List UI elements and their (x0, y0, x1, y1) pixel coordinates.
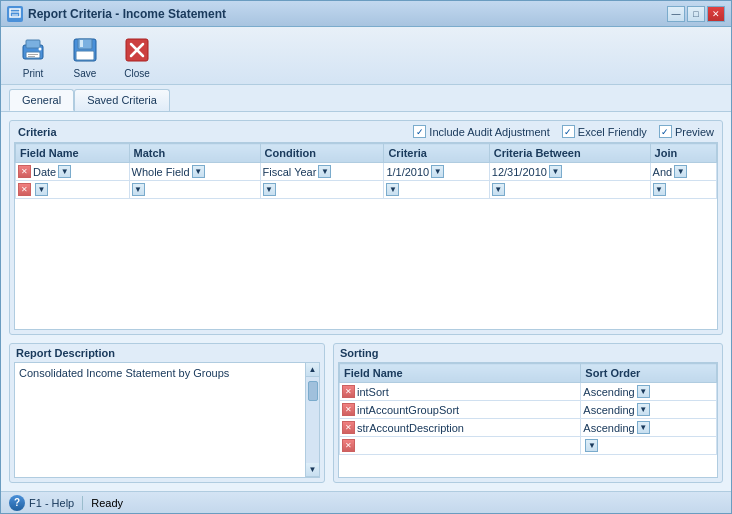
criteria-value-1: 1/1/2010 ▼ (384, 163, 489, 181)
remove-sort-4-button[interactable]: ✕ (342, 439, 355, 452)
svg-rect-7 (28, 56, 35, 57)
field-name-2-dropdown[interactable]: ▼ (35, 183, 48, 196)
excel-friendly-checkbox[interactable]: ✓ Excel Friendly (562, 125, 647, 138)
match-1-dropdown[interactable]: ▼ (192, 165, 205, 178)
criteria-join-1: And ▼ (650, 163, 716, 181)
sort-row-2: ✕ intAccountGroupSort Ascending ▼ (340, 401, 717, 419)
sort-order-2-dropdown[interactable]: ▼ (637, 403, 650, 416)
criteria-between-2: ▼ (489, 181, 650, 199)
sort-field-2: ✕ intAccountGroupSort (340, 401, 581, 419)
sort-order-2: Ascending ▼ (581, 401, 717, 419)
close-window-button[interactable]: ✕ (707, 6, 725, 22)
minimize-button[interactable]: — (667, 6, 685, 22)
remove-sort-3-button[interactable]: ✕ (342, 421, 355, 434)
criteria-condition-2: ▼ (260, 181, 384, 199)
save-label: Save (74, 68, 97, 79)
criteria-title: Criteria (18, 126, 57, 138)
col-join: Join (650, 144, 716, 163)
remove-row-1-button[interactable]: ✕ (18, 165, 31, 178)
help-label: F1 - Help (29, 497, 74, 509)
bottom-row: Report Description Consolidated Income S… (9, 343, 723, 483)
window-controls: — □ ✕ (667, 6, 725, 22)
condition-1-dropdown[interactable]: ▼ (318, 165, 331, 178)
criteria-2-dropdown[interactable]: ▼ (386, 183, 399, 196)
sort-order-4-dropdown[interactable]: ▼ (585, 439, 598, 452)
sort-row-3: ✕ strAccountDescription Ascending ▼ (340, 419, 717, 437)
toolbar: Print Save Close (1, 27, 731, 85)
remove-row-2-button[interactable]: ✕ (18, 183, 31, 196)
audit-checkbox-box[interactable]: ✓ (413, 125, 426, 138)
criteria-table: Field Name Match Condition Criteria Crit… (14, 142, 718, 330)
main-window: Report Criteria - Income Statement — □ ✕… (0, 0, 732, 514)
sorting-title: Sorting (334, 344, 722, 362)
scroll-down-arrow[interactable]: ▼ (306, 463, 320, 477)
preview-checkbox[interactable]: ✓ Preview (659, 125, 714, 138)
between-2-dropdown[interactable]: ▼ (492, 183, 505, 196)
col-field-name: Field Name (16, 144, 130, 163)
sort-order-3: Ascending ▼ (581, 419, 717, 437)
checkboxes-row: ✓ Include Audit Adjustment ✓ Excel Frien… (413, 125, 714, 138)
window-title: Report Criteria - Income Statement (28, 7, 226, 21)
maximize-button[interactable]: □ (687, 6, 705, 22)
save-icon (69, 34, 101, 66)
col-condition: Condition (260, 144, 384, 163)
help-icon: ? (9, 495, 25, 511)
title-bar-left: Report Criteria - Income Statement (7, 6, 226, 22)
report-description-text-area[interactable]: Consolidated Income Statement by Groups … (14, 362, 320, 478)
sort-order-1: Ascending ▼ (581, 383, 717, 401)
remove-sort-1-button[interactable]: ✕ (342, 385, 355, 398)
remove-sort-2-button[interactable]: ✕ (342, 403, 355, 416)
sort-row-4: ✕ ▼ (340, 437, 717, 455)
close-button[interactable]: Close (113, 31, 161, 82)
tab-general[interactable]: General (9, 89, 74, 111)
window-icon (7, 6, 23, 22)
join-1-dropdown[interactable]: ▼ (674, 165, 687, 178)
sort-row-1: ✕ intSort Ascending ▼ (340, 383, 717, 401)
sort-order-1-dropdown[interactable]: ▼ (637, 385, 650, 398)
criteria-field-name-2: ✕ ▼ (16, 181, 130, 199)
criteria-value-2: ▼ (384, 181, 489, 199)
svg-point-8 (39, 48, 42, 51)
scroll-thumb[interactable] (308, 381, 318, 401)
description-scrollbar[interactable]: ▲ ▼ (305, 363, 319, 477)
preview-checkbox-box[interactable]: ✓ (659, 125, 672, 138)
criteria-1-dropdown[interactable]: ▼ (431, 165, 444, 178)
close-icon (121, 34, 153, 66)
sort-order-3-dropdown[interactable]: ▼ (637, 421, 650, 434)
field-name-1-dropdown[interactable]: ▼ (58, 165, 71, 178)
help-button[interactable]: ? F1 - Help (9, 495, 74, 511)
match-2-dropdown[interactable]: ▼ (132, 183, 145, 196)
criteria-field-name-1: ✕ Date ▼ (16, 163, 130, 181)
print-button[interactable]: Print (9, 31, 57, 82)
svg-rect-12 (76, 51, 94, 60)
excel-checkbox-box[interactable]: ✓ (562, 125, 575, 138)
join-2-dropdown[interactable]: ▼ (653, 183, 666, 196)
svg-rect-0 (10, 9, 20, 17)
criteria-join-2: ▼ (650, 181, 716, 199)
sort-col-order: Sort Order (581, 364, 717, 383)
main-content: Criteria ✓ Include Audit Adjustment ✓ Ex… (1, 112, 731, 491)
svg-rect-4 (26, 40, 40, 48)
title-bar: Report Criteria - Income Statement — □ ✕ (1, 1, 731, 27)
tab-saved-criteria[interactable]: Saved Criteria (74, 89, 170, 111)
criteria-row-1: ✕ Date ▼ Whole Field ▼ (16, 163, 717, 181)
scroll-up-arrow[interactable]: ▲ (306, 363, 320, 377)
report-description-text: Consolidated Income Statement by Groups (19, 367, 315, 379)
sort-field-4: ✕ (340, 437, 581, 455)
criteria-match-1: Whole Field ▼ (129, 163, 260, 181)
save-button[interactable]: Save (61, 31, 109, 82)
report-description-panel: Report Description Consolidated Income S… (9, 343, 325, 483)
status-bar: ? F1 - Help Ready (1, 491, 731, 513)
sort-field-1: ✕ intSort (340, 383, 581, 401)
col-criteria-between: Criteria Between (489, 144, 650, 163)
sort-order-4: ▼ (581, 437, 717, 455)
sort-col-field-name: Field Name (340, 364, 581, 383)
condition-2-dropdown[interactable]: ▼ (263, 183, 276, 196)
sorting-panel: Sorting Field Name Sort Order (333, 343, 723, 483)
col-match: Match (129, 144, 260, 163)
between-1-dropdown[interactable]: ▼ (549, 165, 562, 178)
svg-rect-6 (28, 54, 38, 55)
criteria-panel: Criteria ✓ Include Audit Adjustment ✓ Ex… (9, 120, 723, 335)
audit-adjustment-checkbox[interactable]: ✓ Include Audit Adjustment (413, 125, 549, 138)
tabs-bar: General Saved Criteria (1, 85, 731, 112)
